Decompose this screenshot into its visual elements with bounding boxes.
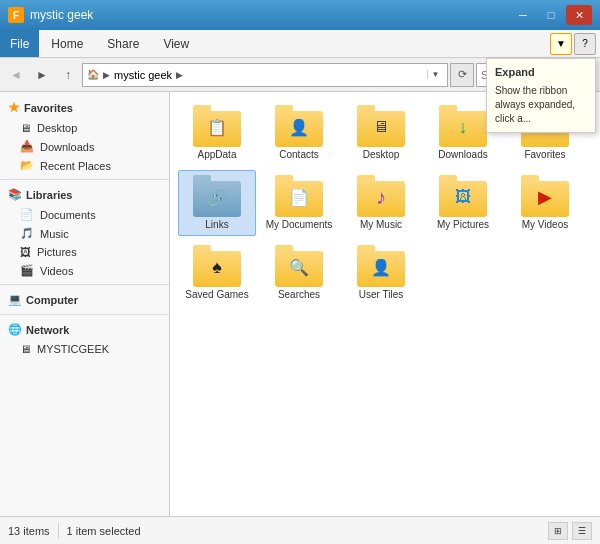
folder-icon-large: ↓ [439,105,487,147]
sidebar-desktop-label: Desktop [37,122,77,134]
sidebar-network-section: 🌐 Network 🖥 MYSTICGEEK [0,319,169,358]
sidebar-libraries-header[interactable]: 📚 Libraries [0,184,169,205]
network-label: Network [26,324,69,336]
sidebar-music-label: Music [40,228,69,240]
folder-icon-large: ♠ [193,245,241,287]
file-label: Saved Games [185,289,248,301]
sidebar-recent-label: Recent Places [40,160,111,172]
sidebar: ★ Favorites 🖥 Desktop 📥 Downloads 📂 Rece… [0,92,170,516]
file-label: My Documents [266,219,333,231]
menu-file[interactable]: File [0,30,39,57]
sidebar-item-documents[interactable]: 📄 Documents [0,205,169,224]
window-title: mystic geek [30,8,93,22]
folder-icon-large: 📄 [275,175,323,217]
popup-title: Expand [495,65,587,80]
menu-view[interactable]: View [151,30,201,57]
file-label: Downloads [438,149,487,161]
folder-icon-large: 📋 [193,105,241,147]
library-icon: 📚 [8,188,22,201]
expand-popup: Expand Show the ribbon always expanded, … [486,58,596,133]
list-item[interactable]: 🖥Desktop [342,100,420,166]
computer-icon: 💻 [8,293,22,306]
status-divider [58,523,59,539]
list-item[interactable]: 👤Contacts [260,100,338,166]
pc-icon: 🖥 [20,343,31,355]
maximize-button[interactable]: □ [538,5,564,25]
title-bar-left: F mystic geek [8,7,93,23]
sidebar-videos-label: Videos [40,265,73,277]
list-item[interactable]: ♪My Music [342,170,420,236]
list-item[interactable]: ♠Saved Games [178,240,256,306]
minimize-button[interactable]: ─ [510,5,536,25]
file-label: My Videos [522,219,569,231]
menu-share[interactable]: Share [95,30,151,57]
list-view-button[interactable]: ☰ [572,522,592,540]
menu-bar: File Home Share View ▼ ? [0,30,600,58]
sidebar-computer-section: 💻 Computer [0,289,169,310]
menu-right-buttons: ▼ ? [550,33,600,55]
favorites-label: Favorites [24,102,73,114]
large-icons-view-button[interactable]: ⊞ [548,522,568,540]
sidebar-documents-label: Documents [40,209,96,221]
star-icon: ★ [8,100,20,115]
list-item[interactable]: 🔍Searches [260,240,338,306]
menu-home[interactable]: Home [39,30,95,57]
sidebar-item-music[interactable]: 🎵 Music [0,224,169,243]
music-icon: 🎵 [20,227,34,240]
folder-icon-large: 🔍 [275,245,323,287]
sidebar-favorites-section: ★ Favorites 🖥 Desktop 📥 Downloads 📂 Rece… [0,96,169,175]
file-label: My Music [360,219,402,231]
list-item[interactable]: 🔗Links [178,170,256,236]
sidebar-item-downloads[interactable]: 📥 Downloads [0,137,169,156]
popup-body: Show the ribbon always expanded, click a… [495,84,587,126]
sidebar-item-pictures[interactable]: 🖼 Pictures [0,243,169,261]
up-button[interactable]: ↑ [56,63,80,87]
sidebar-libraries-section: 📚 Libraries 📄 Documents 🎵 Music 🖼 Pictur… [0,184,169,280]
folder-icon-large: ♪ [357,175,405,217]
title-bar: F mystic geek ─ □ ✕ [0,0,600,30]
address-home-icon: 🏠 [87,69,99,80]
folder-icon-large: 🔗 [193,175,241,217]
list-item[interactable]: 🖼My Pictures [424,170,502,236]
address-dropdown-button[interactable]: ▼ [427,70,443,79]
file-label: AppData [198,149,237,161]
close-button[interactable]: ✕ [566,5,592,25]
list-item[interactable]: 👤User Tiles [342,240,420,306]
sidebar-item-mysticgeek[interactable]: 🖥 MYSTICGEEK [0,340,169,358]
folder-icon-large: 🖥 [357,105,405,147]
main-container: ★ Favorites 🖥 Desktop 📥 Downloads 📂 Rece… [0,92,600,516]
sidebar-computer-header[interactable]: 💻 Computer [0,289,169,310]
address-path: mystic geek [110,69,176,81]
selected-text: 1 item selected [67,525,141,537]
status-bar: 13 items 1 item selected ⊞ ☰ [0,516,600,544]
sidebar-item-desktop[interactable]: 🖥 Desktop [0,119,169,137]
folder-icon-large: 👤 [357,245,405,287]
item-count: 13 items [8,525,50,537]
file-label: User Tiles [359,289,403,301]
libraries-label: Libraries [26,189,72,201]
sidebar-item-videos[interactable]: 🎬 Videos [0,261,169,280]
refresh-button[interactable]: ⟳ [450,63,474,87]
sidebar-network-header[interactable]: 🌐 Network [0,319,169,340]
list-item[interactable]: 📄My Documents [260,170,338,236]
sidebar-favorites-header[interactable]: ★ Favorites [0,96,169,119]
file-label: Links [205,219,228,231]
back-button[interactable]: ◄ [4,63,28,87]
list-item[interactable]: 📋AppData [178,100,256,166]
network-icon: 🌐 [8,323,22,336]
folder-icon-large: 👤 [275,105,323,147]
folder-icon-large: 🖼 [439,175,487,217]
pictures-icon: 🖼 [20,246,31,258]
address-bar[interactable]: 🏠 ▶ mystic geek ▶ ▼ [82,63,448,87]
sidebar-item-recent[interactable]: 📂 Recent Places [0,156,169,175]
address-separator: ▶ [103,70,110,80]
forward-button[interactable]: ► [30,63,54,87]
list-item[interactable]: ▶My Videos [506,170,584,236]
sidebar-downloads-label: Downloads [40,141,94,153]
folder-icon-large: ▶ [521,175,569,217]
expand-ribbon-button[interactable]: ▼ [550,33,572,55]
help-button[interactable]: ? [574,33,596,55]
file-label: Favorites [524,149,565,161]
content-area: 📋AppData👤Contacts🖥Desktop↓Downloads★Favo… [170,92,600,516]
file-label: My Pictures [437,219,489,231]
